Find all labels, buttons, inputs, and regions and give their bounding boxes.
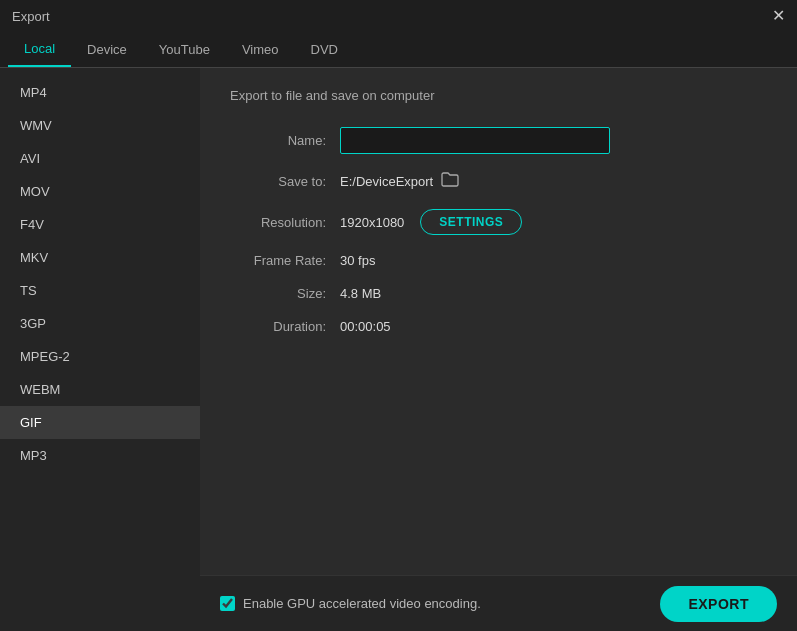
sidebar-item-webm[interactable]: WEBM [0, 373, 200, 406]
resolution-value: 1920x1080 [340, 215, 404, 230]
tab-local[interactable]: Local [8, 32, 71, 67]
save-path-container: E:/DeviceExport [340, 172, 459, 191]
tab-dvd[interactable]: DVD [295, 32, 354, 67]
gpu-label: Enable GPU accelerated video encoding. [243, 596, 481, 611]
sidebar-item-f4v[interactable]: F4V [0, 208, 200, 241]
sidebar-item-avi[interactable]: AVI [0, 142, 200, 175]
section-title: Export to file and save on computer [230, 88, 767, 103]
window-title: Export [12, 9, 50, 24]
tab-vimeo[interactable]: Vimeo [226, 32, 295, 67]
main-container: MP4 WMV AVI MOV F4V MKV TS 3GP MPEG-2 WE… [0, 68, 797, 631]
frame-rate-value: 30 fps [340, 253, 375, 268]
frame-rate-row: Frame Rate: 30 fps [230, 253, 767, 268]
export-button[interactable]: EXPORT [660, 586, 777, 622]
sidebar-item-ts[interactable]: TS [0, 274, 200, 307]
save-to-label: Save to: [230, 174, 340, 189]
duration-row: Duration: 00:00:05 [230, 319, 767, 334]
content-area: Export to file and save on computer Name… [200, 68, 797, 631]
gpu-checkbox[interactable] [220, 596, 235, 611]
resolution-row: Resolution: 1920x1080 SETTINGS [230, 209, 767, 235]
close-button[interactable]: ✕ [772, 8, 785, 24]
sidebar-item-mkv[interactable]: MKV [0, 241, 200, 274]
title-bar: Export ✕ [0, 0, 797, 32]
tab-device[interactable]: Device [71, 32, 143, 67]
folder-icon[interactable] [441, 172, 459, 191]
resolution-label: Resolution: [230, 215, 340, 230]
save-to-row: Save to: E:/DeviceExport [230, 172, 767, 191]
sidebar-item-mp4[interactable]: MP4 [0, 76, 200, 109]
sidebar-item-mov[interactable]: MOV [0, 175, 200, 208]
duration-label: Duration: [230, 319, 340, 334]
save-path-value: E:/DeviceExport [340, 174, 433, 189]
name-row: Name: [230, 127, 767, 154]
sidebar-item-mp3[interactable]: MP3 [0, 439, 200, 472]
tab-bar: Local Device YouTube Vimeo DVD [0, 32, 797, 68]
tab-youtube[interactable]: YouTube [143, 32, 226, 67]
size-row: Size: 4.8 MB [230, 286, 767, 301]
sidebar: MP4 WMV AVI MOV F4V MKV TS 3GP MPEG-2 WE… [0, 68, 200, 631]
frame-rate-label: Frame Rate: [230, 253, 340, 268]
duration-value: 00:00:05 [340, 319, 391, 334]
sidebar-item-mpeg2[interactable]: MPEG-2 [0, 340, 200, 373]
sidebar-item-wmv[interactable]: WMV [0, 109, 200, 142]
name-label: Name: [230, 133, 340, 148]
sidebar-item-3gp[interactable]: 3GP [0, 307, 200, 340]
gpu-option-row: Enable GPU accelerated video encoding. [220, 596, 481, 611]
sidebar-item-gif[interactable]: GIF [0, 406, 200, 439]
resolution-container: 1920x1080 SETTINGS [340, 209, 522, 235]
size-value: 4.8 MB [340, 286, 381, 301]
size-label: Size: [230, 286, 340, 301]
settings-button[interactable]: SETTINGS [420, 209, 522, 235]
bottom-bar: Enable GPU accelerated video encoding. E… [200, 575, 797, 631]
name-input[interactable] [340, 127, 610, 154]
